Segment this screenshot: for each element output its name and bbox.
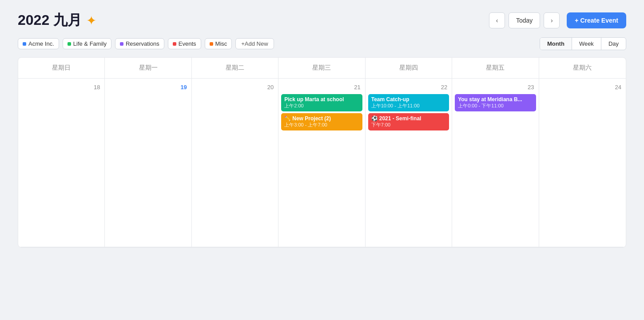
event-block[interactable]: ⚽2021 - Semi-final下午7:00 [368,113,449,130]
date-number-21: 21 [281,82,362,94]
tag-label-life: Life & Family [73,40,107,47]
event-title: ⚽2021 - Semi-final [371,115,446,122]
cal-header-星期日: 星期日 [18,58,105,78]
cal-cell-18: 18 [18,79,105,247]
tag-label-reservations: Reservations [126,40,159,47]
event-block[interactable]: Pick up Marta at school上午2:00 [281,94,362,111]
calendar-body: 18192021Pick up Marta at school上午2:00✏️N… [18,79,626,247]
tag-dot-acme [23,42,26,46]
title-area: 2022 九月 ✦ [18,11,96,30]
filter-tag-life[interactable]: Life & Family [63,38,111,49]
tag-label-misc: Misc [215,40,227,47]
calendar: 星期日星期一星期二星期三星期四星期五星期六 18192021Pick up Ma… [18,57,626,248]
date-number-19: 19 [107,82,188,94]
view-btn-day[interactable]: Day [601,38,626,50]
filter-tags: Acme Inc.Life & FamilyReservationsEvents… [18,38,274,49]
filter-bar: Acme Inc.Life & FamilyReservationsEvents… [0,37,644,57]
view-btn-month[interactable]: Month [540,38,572,50]
cal-header-星期一: 星期一 [105,58,191,78]
event-time: 上午2:00 [284,103,359,109]
cal-cell-21: 21Pick up Marta at school上午2:00✏️New Pro… [278,79,365,247]
nav-area: ‹ Today › + Create Event [489,12,626,28]
cal-header-星期二: 星期二 [192,58,278,78]
event-title: Pick up Marta at school [284,96,359,103]
create-event-button[interactable]: + Create Event [567,12,626,28]
prev-button[interactable]: ‹ [489,12,505,28]
cal-header-星期三: 星期三 [278,58,365,78]
today-button[interactable]: Today [509,12,540,28]
filter-tag-misc[interactable]: Misc [205,38,232,49]
event-time: 下午7:00 [371,122,446,128]
cal-header-星期六: 星期六 [539,58,626,78]
event-title: You stay at Meridiana B... [458,96,533,103]
event-title: Team Catch-up [371,96,446,103]
cal-cell-20: 20 [192,79,278,247]
cal-cell-19: 19 [105,79,191,247]
sparkle-icon: ✦ [86,13,96,28]
date-number-20: 20 [195,82,275,94]
filter-tag-reservations[interactable]: Reservations [115,38,164,49]
cal-cell-22: 22Team Catch-up上午10:00 - 上午11:00⚽2021 - … [366,79,452,247]
cal-header-星期五: 星期五 [452,58,539,78]
date-number-24: 24 [542,82,623,94]
next-button[interactable]: › [544,12,560,28]
event-block[interactable]: ✏️New Project (2)上午3:00 - 上午7:00 [281,113,362,130]
add-new-button[interactable]: +Add New [235,38,274,49]
cal-cell-23: 23You stay at Meridiana B...上午0:00 - 下午1… [452,79,539,247]
tag-dot-life [68,42,71,46]
tag-dot-reservations [120,42,123,46]
event-block[interactable]: You stay at Meridiana B...上午0:00 - 下午11:… [455,94,536,111]
event-icon: ⚽ [371,115,378,122]
filter-tag-events[interactable]: Events [168,38,201,49]
tag-label-events: Events [179,40,196,47]
event-time: 上午0:00 - 下午11:00 [458,103,533,109]
cal-header-星期四: 星期四 [366,58,452,78]
date-number-18: 18 [21,82,102,94]
calendar-title: 2022 九月 [18,11,82,30]
tag-label-acme: Acme Inc. [28,40,54,47]
tag-dot-events [173,42,176,46]
calendar-header: 星期日星期一星期二星期三星期四星期五星期六 [18,58,626,79]
date-number-22: 22 [368,82,449,94]
view-btn-week[interactable]: Week [572,38,601,50]
event-time: 上午10:00 - 上午11:00 [371,103,446,109]
tag-dot-misc [210,42,213,46]
event-title: ✏️New Project (2) [284,115,359,122]
date-number-23: 23 [455,82,536,94]
cal-cell-24: 24 [539,79,626,247]
event-time: 上午3:00 - 上午7:00 [284,122,359,128]
filter-tag-acme[interactable]: Acme Inc. [18,38,59,49]
event-block[interactable]: Team Catch-up上午10:00 - 上午11:00 [368,94,449,111]
event-icon: ✏️ [284,115,291,122]
view-toggle: MonthWeekDay [540,37,626,50]
